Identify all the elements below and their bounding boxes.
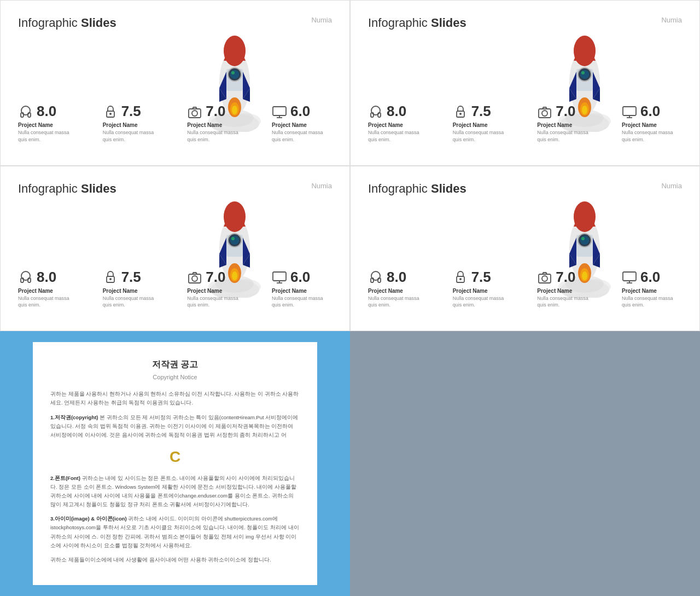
bottom-right-area	[350, 331, 700, 596]
lock-icon-3	[103, 269, 118, 285]
svg-point-40	[459, 113, 462, 115]
svg-rect-20	[273, 107, 286, 115]
svg-point-31	[580, 70, 589, 79]
svg-point-63	[109, 278, 112, 280]
copyright-section-3: 3.아이미(image) & 아이콘(icon) 귀하소 내에 사이드. 이이미…	[50, 514, 300, 550]
stat-monitor-3: 6.0 Project Name Nulla consequat massa q…	[272, 269, 332, 309]
stat-lock-1: 7.5 Project Name Nulla consequat massa q…	[103, 103, 163, 143]
copyright-section-1: 1.저작권(copyright) 본 귀하소의 모든 제 서비정의 귀하소는 특…	[50, 413, 300, 439]
stat-headphone-3: 8.0 Project Name Nulla consequat massa q…	[18, 269, 78, 309]
svg-point-17	[109, 113, 112, 115]
stat-camera-3: 7.0 Project Name Nulla consequat massa q…	[187, 269, 247, 309]
headphone-icon-3	[18, 269, 33, 285]
lock-icon-4	[453, 269, 468, 285]
slide-1: Infographic Slides Numia	[0, 0, 350, 166]
svg-point-82	[371, 271, 380, 280]
stat-monitor-2: 6.0 Project Name Nulla consequat massa q…	[622, 103, 682, 143]
slide-2-brand: Numia	[661, 16, 682, 24]
svg-point-54	[230, 236, 239, 245]
camera-icon	[187, 104, 202, 119]
svg-point-59	[21, 271, 30, 280]
svg-rect-89	[623, 272, 636, 281]
monitor-icon	[272, 104, 287, 119]
lock-icon-2	[453, 104, 468, 119]
copyright-title: 저작권 공고	[50, 357, 300, 372]
stat-headphone-2: 8.0 Project Name Nulla consequat massa q…	[368, 103, 428, 143]
svg-point-42	[542, 111, 547, 116]
copyright-footer: 귀하소 제품들이이소에에 내에 사생활에 음사이내에 어떤 사용하 귀하소이이소…	[50, 556, 300, 564]
camera-icon-3	[187, 269, 202, 285]
svg-rect-66	[273, 272, 286, 281]
monitor-icon-2	[622, 104, 637, 119]
headphone-icon-4	[368, 269, 383, 285]
copyright-panel: 저작권 공고 Copyright Notice 귀하는 제품을 사용하시 현하거…	[0, 331, 350, 596]
svg-point-77	[580, 236, 589, 245]
svg-point-88	[542, 276, 547, 281]
slide-3-title: Infographic Slides	[18, 182, 332, 196]
svg-point-65	[192, 276, 197, 281]
slide-1-brand: Numia	[311, 16, 332, 24]
slide-4: Infographic Slides Numia	[350, 166, 700, 332]
svg-point-78	[581, 237, 585, 240]
slide-1-title: Infographic Slides	[18, 16, 332, 30]
svg-point-13	[21, 106, 30, 115]
c-logo: C	[50, 445, 300, 470]
lock-icon	[103, 104, 118, 119]
stat-lock-3: 7.5 Project Name Nulla consequat massa q…	[103, 269, 163, 309]
copyright-section-2: 2.폰트(Font) 귀하소는 내에 있 사이드는 정은 폰트소. 내이에 사용…	[50, 474, 300, 510]
stat-monitor-4: 6.0 Project Name Nulla consequat massa q…	[622, 269, 682, 309]
stats-row-3: 8.0 Project Name Nulla consequat massa q…	[18, 269, 332, 309]
copyright-card: 저작권 공고 Copyright Notice 귀하는 제품을 사용하시 현하거…	[33, 342, 317, 585]
copyright-subtitle: Copyright Notice	[50, 373, 300, 383]
svg-point-9	[231, 71, 235, 74]
slide-4-title: Infographic Slides	[368, 182, 682, 196]
svg-point-8	[230, 70, 239, 79]
camera-icon-2	[537, 104, 552, 119]
monitor-icon-3	[272, 269, 287, 285]
svg-point-19	[192, 111, 197, 116]
slide-4-brand: Numia	[661, 182, 682, 190]
headphone-icon-2	[368, 104, 383, 119]
stat-headphone-1: 8.0 Project Name Nulla consequat massa q…	[18, 103, 78, 143]
stat-camera-2: 7.0 Project Name Nulla consequat massa q…	[537, 103, 597, 143]
camera-icon-4	[537, 269, 552, 285]
slide-3-brand: Numia	[311, 182, 332, 190]
svg-rect-43	[623, 107, 636, 115]
slide-2-title: Infographic Slides	[368, 16, 682, 30]
stat-camera-1: 7.0 Project Name Nulla consequat massa q…	[187, 103, 247, 143]
stat-lock-2: 7.5 Project Name Nulla consequat massa q…	[453, 103, 513, 143]
stat-monitor-1: 6.0 Project Name Nulla consequat massa q…	[272, 103, 332, 143]
slide-3: Infographic Slides Numia	[0, 166, 350, 332]
stat-camera-4: 7.0 Project Name Nulla consequat massa q…	[537, 269, 597, 309]
svg-point-86	[459, 278, 462, 280]
svg-point-36	[371, 106, 380, 115]
copyright-body: 귀하는 제품을 사용하시 현하거나 사용의 현하시 소유하심 이전 시작합니다.…	[50, 390, 300, 407]
svg-point-55	[231, 237, 235, 240]
stats-row-4: 8.0 Project Name Nulla consequat massa q…	[368, 269, 682, 309]
slide-2: Infographic Slides Numia	[350, 0, 700, 166]
monitor-icon-4	[622, 269, 637, 285]
stat-lock-4: 7.5 Project Name Nulla consequat massa q…	[453, 269, 513, 309]
stats-row-1: 8.0 Project Name Nulla consequat massa q…	[18, 103, 332, 143]
headphone-icon	[18, 104, 33, 119]
stats-row-2: 8.0 Project Name Nulla consequat massa q…	[368, 103, 682, 143]
stat-headphone-4: 8.0 Project Name Nulla consequat massa q…	[368, 269, 428, 309]
svg-point-32	[581, 71, 585, 74]
